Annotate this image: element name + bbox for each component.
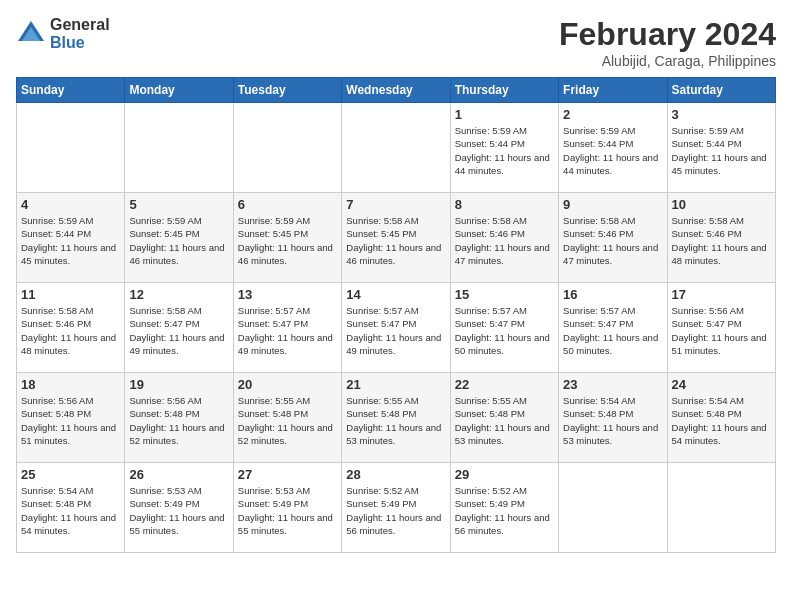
header-wednesday: Wednesday	[342, 78, 450, 103]
day-info: Sunrise: 5:53 AM Sunset: 5:49 PM Dayligh…	[238, 484, 337, 537]
day-info: Sunrise: 5:54 AM Sunset: 5:48 PM Dayligh…	[672, 394, 771, 447]
calendar-cell: 1Sunrise: 5:59 AM Sunset: 5:44 PM Daylig…	[450, 103, 558, 193]
day-number: 17	[672, 287, 771, 302]
calendar-cell: 26Sunrise: 5:53 AM Sunset: 5:49 PM Dayli…	[125, 463, 233, 553]
header-thursday: Thursday	[450, 78, 558, 103]
day-info: Sunrise: 5:57 AM Sunset: 5:47 PM Dayligh…	[455, 304, 554, 357]
calendar-cell: 13Sunrise: 5:57 AM Sunset: 5:47 PM Dayli…	[233, 283, 341, 373]
day-info: Sunrise: 5:55 AM Sunset: 5:48 PM Dayligh…	[455, 394, 554, 447]
day-number: 23	[563, 377, 662, 392]
day-info: Sunrise: 5:56 AM Sunset: 5:48 PM Dayligh…	[21, 394, 120, 447]
calendar-cell: 7Sunrise: 5:58 AM Sunset: 5:45 PM Daylig…	[342, 193, 450, 283]
day-info: Sunrise: 5:52 AM Sunset: 5:49 PM Dayligh…	[455, 484, 554, 537]
day-number: 9	[563, 197, 662, 212]
calendar-body: 1Sunrise: 5:59 AM Sunset: 5:44 PM Daylig…	[17, 103, 776, 553]
day-info: Sunrise: 5:56 AM Sunset: 5:47 PM Dayligh…	[672, 304, 771, 357]
calendar-cell	[342, 103, 450, 193]
page-header: General Blue February 2024 Alubijid, Car…	[16, 16, 776, 69]
calendar-cell	[667, 463, 775, 553]
day-number: 10	[672, 197, 771, 212]
day-number: 7	[346, 197, 445, 212]
day-info: Sunrise: 5:52 AM Sunset: 5:49 PM Dayligh…	[346, 484, 445, 537]
day-info: Sunrise: 5:58 AM Sunset: 5:45 PM Dayligh…	[346, 214, 445, 267]
day-info: Sunrise: 5:54 AM Sunset: 5:48 PM Dayligh…	[21, 484, 120, 537]
day-info: Sunrise: 5:58 AM Sunset: 5:46 PM Dayligh…	[672, 214, 771, 267]
calendar-week-4: 18Sunrise: 5:56 AM Sunset: 5:48 PM Dayli…	[17, 373, 776, 463]
calendar-header: Sunday Monday Tuesday Wednesday Thursday…	[17, 78, 776, 103]
calendar-cell: 20Sunrise: 5:55 AM Sunset: 5:48 PM Dayli…	[233, 373, 341, 463]
day-number: 4	[21, 197, 120, 212]
logo-general: General	[50, 16, 110, 34]
calendar-cell: 18Sunrise: 5:56 AM Sunset: 5:48 PM Dayli…	[17, 373, 125, 463]
day-info: Sunrise: 5:55 AM Sunset: 5:48 PM Dayligh…	[238, 394, 337, 447]
day-info: Sunrise: 5:59 AM Sunset: 5:45 PM Dayligh…	[238, 214, 337, 267]
calendar-week-3: 11Sunrise: 5:58 AM Sunset: 5:46 PM Dayli…	[17, 283, 776, 373]
calendar-cell: 14Sunrise: 5:57 AM Sunset: 5:47 PM Dayli…	[342, 283, 450, 373]
calendar-cell: 24Sunrise: 5:54 AM Sunset: 5:48 PM Dayli…	[667, 373, 775, 463]
calendar-cell	[125, 103, 233, 193]
calendar-cell: 10Sunrise: 5:58 AM Sunset: 5:46 PM Dayli…	[667, 193, 775, 283]
day-number: 5	[129, 197, 228, 212]
calendar-table: Sunday Monday Tuesday Wednesday Thursday…	[16, 77, 776, 553]
day-number: 25	[21, 467, 120, 482]
header-row: Sunday Monday Tuesday Wednesday Thursday…	[17, 78, 776, 103]
calendar-cell: 2Sunrise: 5:59 AM Sunset: 5:44 PM Daylig…	[559, 103, 667, 193]
day-number: 2	[563, 107, 662, 122]
day-number: 29	[455, 467, 554, 482]
day-number: 18	[21, 377, 120, 392]
calendar-cell: 29Sunrise: 5:52 AM Sunset: 5:49 PM Dayli…	[450, 463, 558, 553]
calendar-cell: 5Sunrise: 5:59 AM Sunset: 5:45 PM Daylig…	[125, 193, 233, 283]
calendar-cell: 11Sunrise: 5:58 AM Sunset: 5:46 PM Dayli…	[17, 283, 125, 373]
calendar-cell: 21Sunrise: 5:55 AM Sunset: 5:48 PM Dayli…	[342, 373, 450, 463]
day-number: 27	[238, 467, 337, 482]
day-number: 26	[129, 467, 228, 482]
logo-text: General Blue	[50, 16, 110, 51]
day-info: Sunrise: 5:55 AM Sunset: 5:48 PM Dayligh…	[346, 394, 445, 447]
logo: General Blue	[16, 16, 110, 51]
day-number: 19	[129, 377, 228, 392]
day-info: Sunrise: 5:56 AM Sunset: 5:48 PM Dayligh…	[129, 394, 228, 447]
calendar-cell: 28Sunrise: 5:52 AM Sunset: 5:49 PM Dayli…	[342, 463, 450, 553]
day-number: 6	[238, 197, 337, 212]
day-number: 22	[455, 377, 554, 392]
calendar-cell: 4Sunrise: 5:59 AM Sunset: 5:44 PM Daylig…	[17, 193, 125, 283]
day-number: 11	[21, 287, 120, 302]
day-number: 15	[455, 287, 554, 302]
day-info: Sunrise: 5:53 AM Sunset: 5:49 PM Dayligh…	[129, 484, 228, 537]
calendar-cell	[559, 463, 667, 553]
day-number: 24	[672, 377, 771, 392]
calendar-cell	[233, 103, 341, 193]
calendar-cell: 17Sunrise: 5:56 AM Sunset: 5:47 PM Dayli…	[667, 283, 775, 373]
header-saturday: Saturday	[667, 78, 775, 103]
calendar-subtitle: Alubijid, Caraga, Philippines	[559, 53, 776, 69]
day-info: Sunrise: 5:59 AM Sunset: 5:44 PM Dayligh…	[455, 124, 554, 177]
calendar-cell: 27Sunrise: 5:53 AM Sunset: 5:49 PM Dayli…	[233, 463, 341, 553]
calendar-cell: 6Sunrise: 5:59 AM Sunset: 5:45 PM Daylig…	[233, 193, 341, 283]
logo-icon	[16, 19, 46, 49]
day-number: 3	[672, 107, 771, 122]
day-number: 16	[563, 287, 662, 302]
day-info: Sunrise: 5:57 AM Sunset: 5:47 PM Dayligh…	[346, 304, 445, 357]
day-number: 21	[346, 377, 445, 392]
calendar-cell: 25Sunrise: 5:54 AM Sunset: 5:48 PM Dayli…	[17, 463, 125, 553]
calendar-cell: 9Sunrise: 5:58 AM Sunset: 5:46 PM Daylig…	[559, 193, 667, 283]
header-monday: Monday	[125, 78, 233, 103]
calendar-cell	[17, 103, 125, 193]
calendar-cell: 8Sunrise: 5:58 AM Sunset: 5:46 PM Daylig…	[450, 193, 558, 283]
day-info: Sunrise: 5:58 AM Sunset: 5:46 PM Dayligh…	[563, 214, 662, 267]
calendar-cell: 12Sunrise: 5:58 AM Sunset: 5:47 PM Dayli…	[125, 283, 233, 373]
day-info: Sunrise: 5:59 AM Sunset: 5:44 PM Dayligh…	[672, 124, 771, 177]
day-info: Sunrise: 5:58 AM Sunset: 5:46 PM Dayligh…	[455, 214, 554, 267]
calendar-cell: 22Sunrise: 5:55 AM Sunset: 5:48 PM Dayli…	[450, 373, 558, 463]
day-number: 20	[238, 377, 337, 392]
day-info: Sunrise: 5:54 AM Sunset: 5:48 PM Dayligh…	[563, 394, 662, 447]
header-tuesday: Tuesday	[233, 78, 341, 103]
day-info: Sunrise: 5:58 AM Sunset: 5:47 PM Dayligh…	[129, 304, 228, 357]
calendar-cell: 23Sunrise: 5:54 AM Sunset: 5:48 PM Dayli…	[559, 373, 667, 463]
day-number: 8	[455, 197, 554, 212]
logo-blue: Blue	[50, 34, 110, 52]
calendar-week-1: 1Sunrise: 5:59 AM Sunset: 5:44 PM Daylig…	[17, 103, 776, 193]
day-info: Sunrise: 5:59 AM Sunset: 5:44 PM Dayligh…	[21, 214, 120, 267]
calendar-cell: 3Sunrise: 5:59 AM Sunset: 5:44 PM Daylig…	[667, 103, 775, 193]
day-info: Sunrise: 5:58 AM Sunset: 5:46 PM Dayligh…	[21, 304, 120, 357]
